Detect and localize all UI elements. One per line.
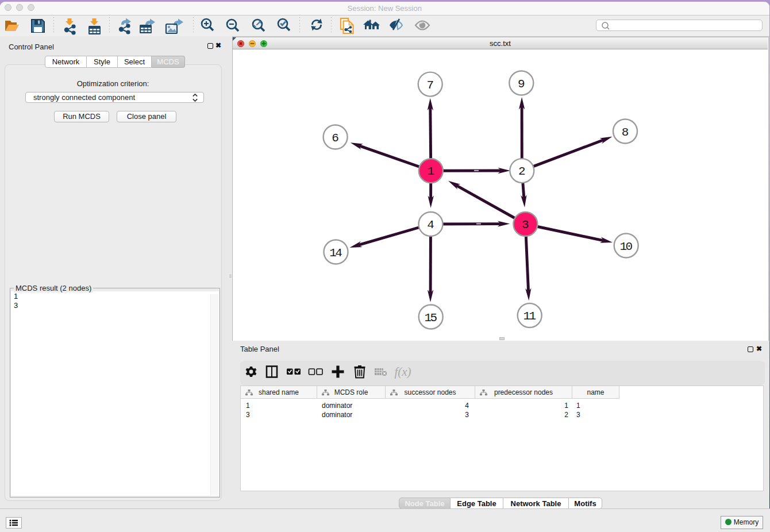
svg-text:3: 3	[522, 218, 529, 232]
svg-text:10: 10	[619, 240, 632, 253]
svg-text:1: 1	[427, 165, 434, 178]
svg-text:11: 11	[523, 310, 536, 323]
svg-text:7: 7	[426, 79, 434, 92]
svg-text:4: 4	[427, 218, 434, 232]
svg-text:15: 15	[424, 311, 437, 325]
svg-text:8: 8	[622, 126, 629, 139]
svg-text:6: 6	[332, 132, 339, 145]
svg-text:f(x): f(x)	[394, 365, 411, 379]
svg-text:14: 14	[329, 246, 342, 260]
svg-text:9: 9	[518, 78, 525, 91]
svg-text:2: 2	[518, 165, 526, 178]
